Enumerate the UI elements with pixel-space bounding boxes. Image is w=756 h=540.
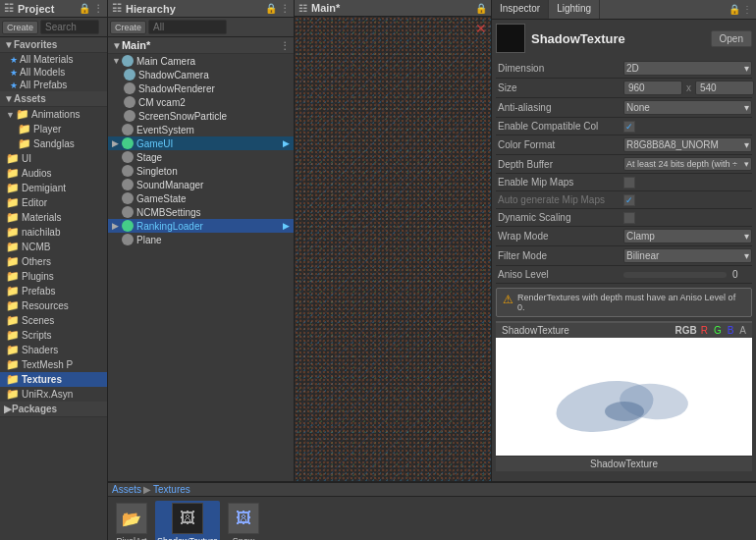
lock-icon[interactable]: 🔒 <box>729 4 740 15</box>
folder-textmesh[interactable]: 📁 TextMesh P <box>0 357 107 372</box>
packages-section[interactable]: ▶ Packages <box>0 402 107 417</box>
folder-icon: 📁 <box>6 388 20 401</box>
color-format-dropdown[interactable]: R8G8B8A8_UNORM▾ <box>623 137 752 152</box>
hier-cm-vcam2[interactable]: CM vcam2 <box>108 95 294 109</box>
tab-lighting[interactable]: Lighting <box>549 0 600 19</box>
hier-sound-manager[interactable]: SoundManager <box>108 178 294 191</box>
open-button[interactable]: Open <box>711 30 752 47</box>
depth-buffer-value: At least 24 bits depth (with ÷▾ <box>623 157 752 171</box>
hierarchy-lock-icon[interactable]: 🔒 <box>265 3 277 14</box>
folder-ui[interactable]: 📁 UI <box>0 151 107 166</box>
dynamic-scaling-checkbox[interactable] <box>623 212 635 224</box>
hier-cm-vcam2-label: CM vcam2 <box>138 97 186 108</box>
folder-editor[interactable]: 📁 Editor <box>0 195 107 210</box>
breadcrumb-assets[interactable]: Assets <box>112 484 141 495</box>
enable-mip-checkbox[interactable] <box>623 177 635 189</box>
hierarchy-search-input[interactable] <box>148 20 227 34</box>
folder-ncmb[interactable]: 📁 NCMB <box>0 240 107 254</box>
hier-ranking-loader[interactable]: ▶ RankingLoader ▶ <box>108 219 294 233</box>
folder-others[interactable]: 📁 Others <box>0 254 107 269</box>
scene-canvas[interactable]: ✕ <box>295 17 491 481</box>
search-input[interactable] <box>40 20 99 34</box>
folder-audios[interactable]: 📁 Audios <box>0 166 107 181</box>
blue-channel[interactable]: B <box>726 325 736 336</box>
folder-plugins[interactable]: 📁 Plugins <box>0 269 107 284</box>
hierarchy-more-icon[interactable]: ⋮ <box>280 3 290 14</box>
antialiasing-dropdown[interactable]: None▾ <box>623 100 752 115</box>
field-color-format: Color Format R8G8B8A8_UNORM▾ <box>496 135 752 155</box>
folder-scripts[interactable]: 📁 Scripts <box>0 328 107 343</box>
texture-item-pixelart[interactable]: 📂 PixelArt <box>114 501 149 540</box>
folder-materials[interactable]: 📁 Materials <box>0 210 107 225</box>
folder-textures[interactable]: 📁 Textures <box>0 372 107 387</box>
create-button[interactable]: Create <box>2 21 38 34</box>
alpha-channel[interactable]: A <box>737 325 748 336</box>
scene-lock-icon[interactable]: 🔒 <box>475 3 487 14</box>
chevron-down-icon: ▾ <box>744 102 749 113</box>
scene-options-icon[interactable]: ⋮ <box>280 40 290 51</box>
chevron-down-icon: ▾ <box>744 63 749 74</box>
enable-compatible-value <box>623 121 752 133</box>
more-icon[interactable]: ⋮ <box>93 3 103 14</box>
hier-event-system[interactable]: EventSystem <box>108 123 294 136</box>
fav-all-models[interactable]: ★ All Models <box>0 66 107 79</box>
folder-player[interactable]: 📁 Player <box>0 122 107 136</box>
hier-shadow-camera[interactable]: ShadowCamera <box>108 68 294 81</box>
size-width-input[interactable] <box>623 81 682 95</box>
hier-scene-root[interactable]: ▼ Main Camera <box>108 54 294 68</box>
folder-naichilab[interactable]: 📁 naichilab <box>0 225 107 240</box>
folder-shaders[interactable]: 📁 Shaders <box>0 343 107 357</box>
lock-icon[interactable]: 🔒 <box>79 3 90 14</box>
hier-singleton[interactable]: Singleton <box>108 164 294 178</box>
folder-scenes[interactable]: 📁 Scenes <box>0 313 107 328</box>
snow-icon: 🖼 <box>228 503 259 534</box>
expand-icon: ▶ <box>112 138 120 148</box>
noise-overlay <box>295 17 491 481</box>
hierarchy-create-button[interactable]: Create <box>110 21 146 34</box>
inspector-content: ShadowTexture Open Dimension 2D▾ Siz <box>492 20 756 481</box>
folder-prefabs[interactable]: 📁 Prefabs <box>0 284 107 298</box>
fav-all-materials[interactable]: ★ All Materials <box>0 53 107 66</box>
favorites-section[interactable]: ▼ Favorites <box>0 37 107 53</box>
hier-plane[interactable]: Plane <box>108 233 294 246</box>
more-options-icon[interactable]: ⋮ <box>742 4 752 15</box>
texture-item-snow[interactable]: 🖼 Snow <box>226 501 261 540</box>
hier-screen-snow[interactable]: ScreenSnowParticle <box>108 109 294 123</box>
folder-demigiant[interactable]: 📁 Demigiant <box>0 181 107 195</box>
auto-mip-checkbox[interactable] <box>623 194 635 206</box>
folder-resources[interactable]: 📁 Resources <box>0 298 107 313</box>
enable-compatible-checkbox[interactable] <box>623 121 635 133</box>
scene-header[interactable]: ▼ Main* ⋮ <box>108 37 294 54</box>
hier-shadow-renderer[interactable]: ShadowRenderer <box>108 81 294 95</box>
project-panel-icon: ☷ <box>4 2 14 15</box>
folder-icon: 📁 <box>6 285 20 297</box>
dimension-dropdown[interactable]: 2D▾ <box>623 61 752 76</box>
breadcrumb-textures[interactable]: Textures <box>153 484 190 495</box>
hier-ncmb-settings[interactable]: NCMBSettings <box>108 205 294 219</box>
size-height-input[interactable] <box>695 81 754 95</box>
assets-section[interactable]: ▼ Assets <box>0 91 107 107</box>
fav-all-prefabs[interactable]: ★ All Prefabs <box>0 79 107 91</box>
filter-mode-dropdown[interactable]: Bilinear▾ <box>623 248 752 263</box>
enable-mip-label: Enable Mip Maps <box>496 177 623 188</box>
folder-animations[interactable]: ▼ 📁 Animations <box>0 107 107 122</box>
hier-game-state[interactable]: GameState <box>108 191 294 205</box>
hier-game-ui[interactable]: ▶ GameUI ▶ <box>108 136 294 150</box>
main-layout: ☷ Project 🔒 ⋮ Create ▼ Favorites ★ All M… <box>0 0 756 540</box>
folder-sandglas[interactable]: 📁 Sandglas <box>0 136 107 151</box>
field-wrap-mode: Wrap Mode Clamp▾ <box>496 227 752 246</box>
assets-label: Assets <box>14 93 46 104</box>
red-channel[interactable]: R <box>699 325 710 336</box>
tab-inspector[interactable]: Inspector <box>492 0 549 19</box>
folder-unirx[interactable]: 📁 UniRx.Asyn <box>0 387 107 402</box>
wrap-mode-dropdown[interactable]: Clamp▾ <box>623 229 752 243</box>
hier-sound-manager-label: SoundManager <box>136 180 203 190</box>
depth-buffer-dropdown[interactable]: At least 24 bits depth (with ÷▾ <box>623 157 752 171</box>
hier-stage[interactable]: Stage <box>108 150 294 164</box>
shadow-shape-svg <box>546 357 703 436</box>
aniso-slider[interactable] <box>623 272 727 278</box>
aniso-level-label: Aniso Level <box>496 269 623 280</box>
texture-item-shadow[interactable]: 🖼 ShadowTexture <box>155 501 220 540</box>
green-channel[interactable]: G <box>712 325 724 336</box>
aniso-slider-value: 0 <box>732 269 752 280</box>
